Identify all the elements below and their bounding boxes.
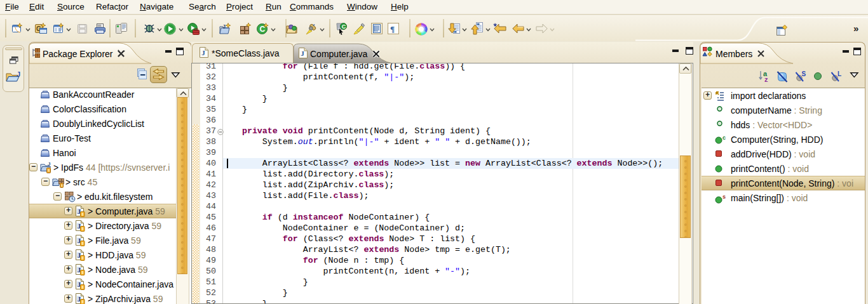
svg-text:L: L xyxy=(837,70,841,77)
svg-text:c: c xyxy=(722,135,726,141)
svg-text:J: J xyxy=(201,49,205,56)
svg-text:z: z xyxy=(764,76,768,83)
svg-text:S: S xyxy=(802,70,806,77)
svg-text:C: C xyxy=(342,23,346,30)
svg-text:J: J xyxy=(301,50,304,57)
svg-text:J: J xyxy=(222,23,226,30)
svg-text:s: s xyxy=(722,194,726,200)
svg-text:C: C xyxy=(260,25,266,34)
svg-text:¶: ¶ xyxy=(390,24,395,34)
